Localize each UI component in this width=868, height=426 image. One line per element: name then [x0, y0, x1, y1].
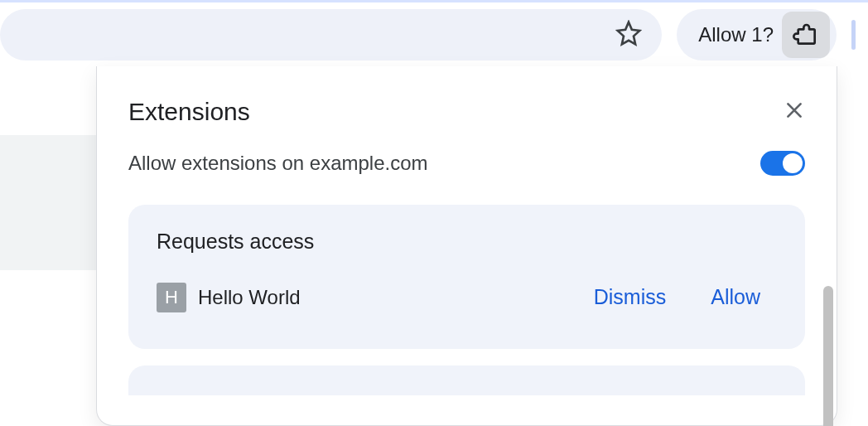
- page-gray-region: [0, 135, 96, 270]
- browser-toolbar: Allow 1?: [0, 2, 868, 66]
- popup-title: Extensions: [128, 98, 250, 126]
- close-icon[interactable]: [784, 99, 805, 124]
- extension-letter-icon: H: [157, 283, 186, 312]
- address-bar[interactable]: [0, 9, 662, 61]
- requests-access-card: Requests access H Hello World Dismiss Al…: [128, 205, 805, 349]
- dismiss-button[interactable]: Dismiss: [577, 278, 683, 316]
- scrollbar-thumb[interactable]: [823, 286, 833, 426]
- allow-chip-label: Allow 1?: [698, 23, 774, 46]
- extension-allow-chip[interactable]: Allow 1?: [677, 9, 837, 61]
- next-card-peek: [128, 365, 805, 395]
- allow-extensions-label: Allow extensions on example.com: [128, 152, 428, 175]
- extensions-puzzle-icon[interactable]: [782, 12, 830, 58]
- requests-access-title: Requests access: [157, 230, 777, 254]
- extensions-popup: Extensions Allow extensions on example.c…: [96, 66, 837, 426]
- bookmark-star-icon[interactable]: [615, 20, 642, 50]
- extension-row: H Hello World Dismiss Allow: [157, 278, 777, 316]
- extension-name: Hello World: [198, 286, 566, 309]
- allow-button[interactable]: Allow: [694, 278, 777, 316]
- toolbar-divider: [851, 20, 856, 50]
- allow-extensions-toggle[interactable]: [760, 151, 805, 176]
- toggle-knob: [783, 153, 803, 173]
